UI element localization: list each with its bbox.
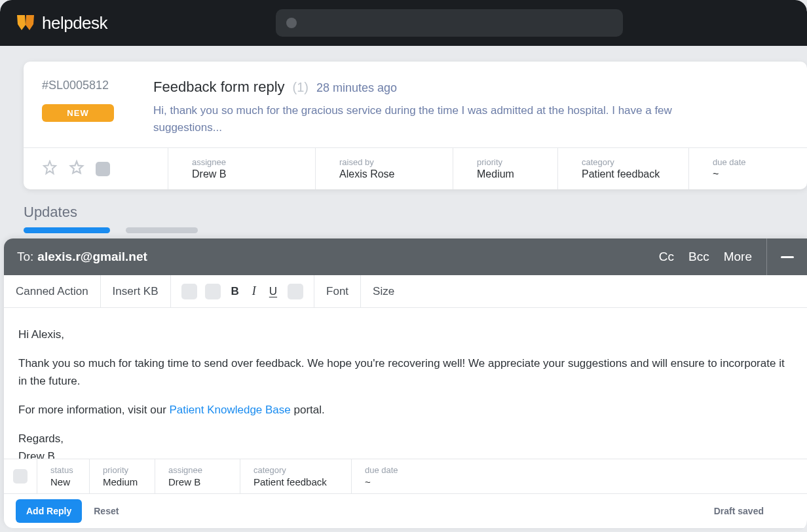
reply-category[interactable]: category Patient feedback — [240, 459, 351, 493]
bold-button[interactable]: B — [229, 285, 242, 298]
size-select[interactable]: Size — [361, 275, 406, 307]
meta-category[interactable]: category Patient feedback — [557, 148, 688, 189]
brand-name: helpdesk — [42, 13, 107, 33]
reply-meta-checkbox-wrap — [4, 459, 37, 493]
reply-status[interactable]: status New — [37, 459, 89, 493]
reply-priority[interactable]: priority Medium — [89, 459, 155, 493]
editor-greeting: Hi Alexis, — [18, 326, 793, 343]
canned-action-button[interactable]: Canned Action — [4, 275, 101, 307]
ticket-meta-row: assignee Drew B raised by Alexis Rose pr… — [24, 147, 807, 189]
ticket-title: Feedback form reply — [153, 79, 285, 96]
meta-due-date[interactable]: due date ~ — [688, 148, 807, 189]
italic-button[interactable]: I — [250, 284, 259, 298]
meta-assignee[interactable]: assignee Drew B — [168, 148, 315, 189]
format-option-1[interactable] — [181, 284, 197, 299]
star-filled-icon[interactable] — [42, 160, 58, 178]
ticket-timestamp: 28 minutes ago — [316, 81, 397, 95]
minimize-button[interactable] — [766, 238, 807, 275]
ticket-card: #SL0005812 NEW Feedback form reply (1) 2… — [24, 62, 807, 189]
kb-link[interactable]: Patient Knowledge Base — [170, 404, 291, 416]
editor-signature: Drew B. — [18, 448, 793, 459]
updates-tab-active[interactable] — [24, 227, 110, 233]
ticket-preview: Hi, thank you so much for the gracious s… — [153, 102, 690, 136]
updates-tab-inactive[interactable] — [126, 227, 198, 233]
bcc-button[interactable]: Bcc — [688, 250, 709, 264]
meta-raised-by[interactable]: raised by Alexis Rose — [315, 148, 453, 189]
brand-logo[interactable]: helpdesk — [16, 13, 107, 33]
meta-priority[interactable]: priority Medium — [453, 148, 557, 189]
to-value[interactable]: alexis.r@gmail.net — [37, 250, 147, 264]
format-option-2[interactable] — [205, 284, 221, 299]
editor-paragraph-2: For more information, visit our Patient … — [18, 402, 793, 419]
format-option-3[interactable] — [288, 284, 303, 299]
to-label: To: — [17, 250, 33, 264]
editor-toolbar: Canned Action Insert KB B I U Font Size — [4, 275, 807, 308]
editor-paragraph-1: Thank you so much for taking time to sen… — [18, 355, 793, 390]
minimize-icon — [781, 256, 794, 258]
insert-kb-button[interactable]: Insert KB — [101, 275, 171, 307]
reply-editor[interactable]: Hi Alexis, Thank you so much for taking … — [4, 308, 807, 459]
search-icon — [286, 18, 297, 28]
updates-section: Updates — [24, 204, 807, 233]
status-badge: NEW — [42, 104, 114, 122]
underline-button[interactable]: U — [267, 285, 280, 298]
reply-due-date[interactable]: due date ~ — [351, 459, 807, 493]
ticket-reply-count: (1) — [293, 80, 309, 95]
star-outline-icon[interactable] — [68, 159, 85, 179]
updates-heading: Updates — [24, 204, 807, 221]
fox-logo-icon — [16, 13, 35, 33]
draft-saved-label: Draft saved — [714, 506, 764, 516]
compose-footer: Add Reply Reset Draft saved — [4, 494, 807, 528]
more-button[interactable]: More — [724, 250, 752, 264]
editor-signoff: Regards, — [18, 430, 793, 447]
reply-meta-row: status New priority Medium assignee Drew… — [4, 459, 807, 494]
add-reply-button[interactable]: Add Reply — [16, 499, 82, 523]
reply-assignee[interactable]: assignee Drew B — [155, 459, 240, 493]
reply-meta-checkbox[interactable] — [13, 469, 28, 484]
cc-button[interactable]: Cc — [659, 250, 674, 264]
select-checkbox[interactable] — [96, 162, 110, 176]
compose-header: To: alexis.r@gmail.net Cc Bcc More — [4, 238, 807, 275]
topbar: helpdesk — [0, 0, 807, 46]
compose-panel: To: alexis.r@gmail.net Cc Bcc More Canne… — [4, 238, 807, 528]
font-select[interactable]: Font — [314, 275, 361, 307]
search-input[interactable] — [276, 9, 623, 37]
reset-button[interactable]: Reset — [94, 506, 119, 516]
ticket-id: #SL0005812 — [42, 79, 127, 92]
